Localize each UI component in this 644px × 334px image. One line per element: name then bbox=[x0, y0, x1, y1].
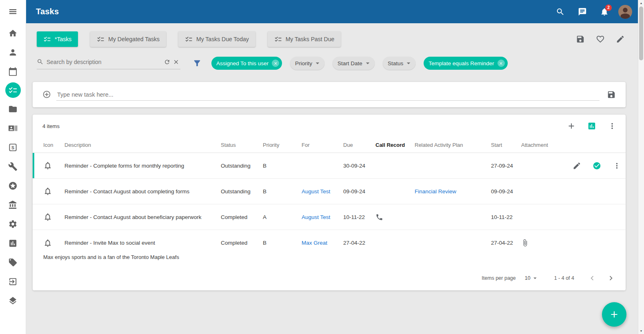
for-link[interactable]: August Test bbox=[302, 214, 330, 220]
items-count: 4 items bbox=[42, 123, 60, 129]
institution-icon[interactable] bbox=[5, 197, 21, 213]
related-activity-plan-link[interactable]: Financial Review bbox=[415, 188, 456, 195]
checklist-icon bbox=[97, 35, 104, 43]
stars-icon[interactable] bbox=[5, 177, 21, 194]
sidebar bbox=[0, 0, 26, 334]
column-header-priority[interactable]: Priority bbox=[263, 142, 302, 148]
for-link[interactable]: Max Great bbox=[302, 240, 327, 246]
scrollbar-thumb[interactable] bbox=[639, 7, 643, 60]
chip-status[interactable]: Status bbox=[383, 57, 415, 70]
tab-my-tasks-due-today[interactable]: My Tasks Due Today bbox=[178, 31, 255, 47]
avatar[interactable] bbox=[618, 5, 632, 19]
phone-icon[interactable] bbox=[375, 213, 411, 221]
for-link[interactable]: August Test bbox=[302, 188, 330, 195]
page-size-select[interactable]: 10 bbox=[525, 274, 539, 282]
folder-icon[interactable] bbox=[5, 101, 21, 117]
column-header-status[interactable]: Status bbox=[221, 142, 263, 148]
chip-assigned-to-this-user[interactable]: Assigned To this user bbox=[211, 57, 282, 70]
contacts-icon[interactable] bbox=[5, 120, 21, 136]
cell-attachment bbox=[521, 239, 558, 247]
tab-tasks[interactable]: *Tasks bbox=[37, 31, 78, 47]
chat-icon[interactable] bbox=[574, 4, 591, 20]
content: *Tasks My Delegated Tasks My Tasks Due T… bbox=[26, 23, 638, 334]
cell-status: Outstanding bbox=[221, 188, 263, 195]
next-page-icon[interactable] bbox=[605, 272, 617, 284]
clear-search-icon[interactable] bbox=[171, 58, 180, 66]
reminder-bell-icon bbox=[33, 239, 64, 248]
chevron-down-icon bbox=[531, 274, 539, 282]
column-header-due[interactable]: Due bbox=[343, 142, 375, 148]
scroll-up-arrow[interactable]: ▲ bbox=[638, 0, 644, 6]
reports-icon[interactable] bbox=[5, 235, 21, 251]
exit-icon[interactable] bbox=[5, 273, 21, 290]
remove-chip-icon[interactable] bbox=[497, 60, 505, 67]
chip-label: Template equals Reminder bbox=[429, 60, 494, 66]
row-menu-icon[interactable] bbox=[613, 161, 622, 170]
edit-view-icon[interactable] bbox=[616, 34, 626, 44]
table-actions bbox=[567, 121, 617, 131]
tags-icon[interactable] bbox=[5, 254, 21, 270]
table-header-row: Icon Description Status Priority For Due… bbox=[33, 137, 626, 153]
cell-for: August Test bbox=[302, 188, 343, 195]
paperclip-icon[interactable] bbox=[521, 239, 555, 247]
main-area: Tasks 2 *Tasks bbox=[26, 0, 638, 334]
save-task-icon[interactable] bbox=[607, 90, 617, 100]
filter-icon[interactable] bbox=[193, 58, 202, 68]
reminder-bell-icon bbox=[33, 161, 64, 170]
add-task-fab[interactable] bbox=[602, 302, 626, 327]
s-square-icon[interactable] bbox=[5, 139, 21, 155]
column-header-start[interactable]: Start bbox=[491, 142, 521, 148]
column-header-description[interactable]: Description bbox=[64, 142, 221, 148]
save-view-icon[interactable] bbox=[576, 34, 586, 44]
table-row-group: Reminder - Invite Max to social event Co… bbox=[33, 230, 626, 267]
refresh-icon[interactable] bbox=[162, 58, 171, 66]
column-header-attachment[interactable]: Attachment bbox=[521, 142, 558, 148]
add-row-icon[interactable] bbox=[567, 121, 577, 131]
column-header-call-record[interactable]: Call Record bbox=[375, 142, 415, 148]
person-icon[interactable] bbox=[5, 44, 21, 60]
chip-start-date[interactable]: Start Date bbox=[333, 57, 375, 70]
items-per-page-label: Items per page bbox=[482, 275, 515, 281]
complete-task-icon[interactable] bbox=[593, 161, 602, 170]
previous-page-icon[interactable] bbox=[586, 272, 598, 284]
search-input[interactable] bbox=[47, 59, 162, 65]
cell-start: 09-09-24 bbox=[491, 188, 521, 195]
chart-icon[interactable] bbox=[587, 121, 597, 131]
column-header-for[interactable]: For bbox=[302, 142, 343, 148]
tab-my-tasks-past-due[interactable]: My Tasks Past Due bbox=[268, 31, 341, 47]
column-header-icon[interactable]: Icon bbox=[33, 142, 64, 148]
remove-chip-icon[interactable] bbox=[272, 60, 279, 67]
settings-icon[interactable] bbox=[5, 216, 21, 232]
edit-task-icon[interactable] bbox=[573, 161, 582, 170]
search-icon[interactable] bbox=[552, 4, 568, 20]
table-row[interactable]: Reminder - Contact August about completi… bbox=[33, 179, 626, 204]
layers-icon[interactable] bbox=[5, 292, 21, 309]
app-window: Tasks 2 *Tasks bbox=[0, 0, 644, 334]
table-row[interactable]: Reminder - Complete forms for monthly re… bbox=[33, 153, 626, 179]
favorite-icon[interactable] bbox=[596, 34, 606, 44]
cell-priority: A bbox=[263, 214, 302, 220]
chip-template-equals-reminder[interactable]: Template equals Reminder bbox=[424, 57, 508, 70]
table-row[interactable]: Reminder - Contact August about benefici… bbox=[33, 204, 626, 230]
home-icon[interactable] bbox=[5, 25, 21, 41]
column-header-related-activity-plan[interactable]: Related Activity Plan bbox=[415, 142, 491, 148]
tab-my-delegated-tasks[interactable]: My Delegated Tasks bbox=[90, 31, 166, 47]
notifications-icon[interactable]: 2 bbox=[596, 4, 613, 20]
cell-description: Reminder - Contact August about completi… bbox=[64, 188, 221, 195]
cell-description: Reminder - Invite Max to social event bbox=[64, 240, 221, 246]
chip-label: Start Date bbox=[338, 60, 362, 66]
new-task-input[interactable] bbox=[56, 89, 600, 101]
scroll-down-arrow[interactable]: ▼ bbox=[638, 328, 644, 334]
menu-icon[interactable] bbox=[5, 3, 21, 20]
cell-due: 09-09-24 bbox=[343, 188, 375, 195]
reminder-bell-icon bbox=[33, 187, 64, 196]
tools-icon[interactable] bbox=[5, 158, 21, 175]
table-menu-icon[interactable] bbox=[608, 121, 617, 131]
chip-priority[interactable]: Priority bbox=[290, 57, 324, 70]
table-row[interactable]: Reminder - Invite Max to social event Co… bbox=[33, 230, 626, 256]
task-note: Max enjoys sports and is a fan of the To… bbox=[33, 254, 626, 267]
tasks-icon[interactable] bbox=[5, 82, 21, 98]
calendar-icon[interactable] bbox=[5, 63, 21, 80]
chevron-down-icon bbox=[313, 59, 322, 68]
scrollbar[interactable]: ▲ ▼ bbox=[638, 0, 644, 334]
